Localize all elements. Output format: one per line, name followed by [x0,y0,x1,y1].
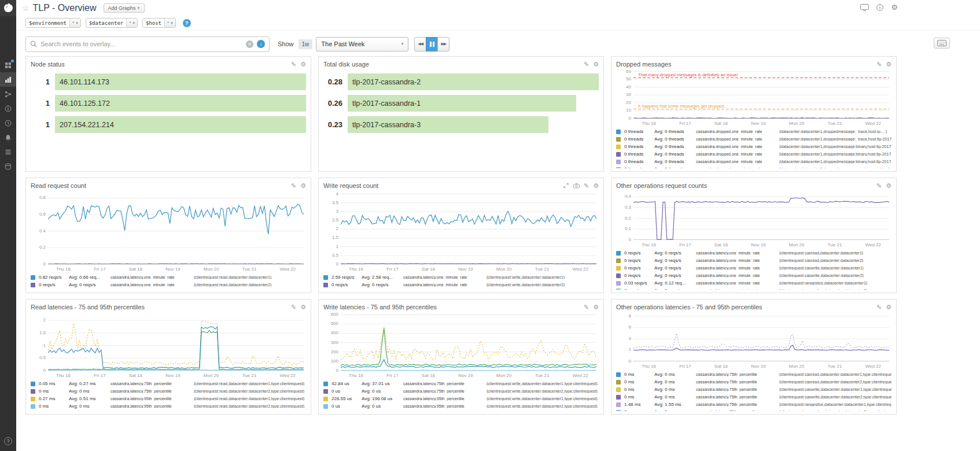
legend-row[interactable]: 0 reqs/sAvg: 0 reqs/scassandra.latency.o… [323,281,599,289]
edit-icon[interactable]: ✎ [291,304,296,310]
edit-icon[interactable]: ✎ [584,61,589,68]
edit-icon[interactable]: ✎ [291,183,296,189]
gear-icon[interactable]: ⚙ [886,61,891,68]
chevron-down-icon: ▾ [171,20,173,27]
legend-row[interactable]: 0 threadsAvg: 0 threadscassandra.dropped… [616,128,891,135]
gear-icon[interactable]: ⚙ [300,61,306,68]
legend-row[interactable]: 0 threadsAvg: 0 threadscassandra.dropped… [616,158,891,165]
edit-icon[interactable]: ✎ [584,304,589,310]
sidebar-item-alerts[interactable] [0,130,16,145]
time-range-select[interactable]: The Past Week ▾ [316,37,408,51]
legend-row[interactable]: 0 reqs/sAvg: 0 reqs/scassandra.latency.o… [616,249,891,257]
toplist-row[interactable]: 1207.154.221.214 [31,116,306,133]
toplist-row[interactable]: 0.26tlp-2017-cassandra-1 [323,95,599,112]
favorite-star-icon[interactable]: ☆ [22,3,30,13]
edit-icon[interactable]: ✎ [876,304,882,310]
toplist-row[interactable]: 146.101.114.173 [31,73,306,90]
chart-plot[interactable] [633,313,889,361]
clear-search-icon[interactable]: ✕ [246,40,253,48]
chart-plot[interactable] [341,191,596,264]
edit-icon[interactable]: ✎ [584,183,589,189]
gear-icon[interactable]: ⚙ [886,183,891,189]
legend-row[interactable]: 0 reqs/sAvg: 0 reqs/scassandra.latency.o… [616,257,891,264]
toplist-row[interactable]: 0.28tlp-2017-cassandra-2 [323,73,599,90]
template-variable-host[interactable]: $host *▾ [142,18,176,28]
legend-row[interactable]: 0.05 msAvg: 0.27 mscassandra.latency.75t… [31,380,306,387]
legend-row[interactable]: 0 msAvg: 0 mscassandra.latency.75th_perc… [616,393,891,401]
sidebar-item-infrastructure[interactable] [0,87,16,101]
legend-row[interactable]: 0 msAvg: 0 mscassandra.latency.75th_perc… [616,386,891,393]
sidebar-item-events[interactable] [0,101,16,116]
toplist-row[interactable]: 146.101.125.172 [31,95,306,112]
legend-row[interactable]: 0 reqs/sAvg: 0 reqs/scassandra.latency.o… [31,281,306,289]
legend-row[interactable]: 0 usAvg: 0 uscassandra.latency.75th_perc… [323,387,599,395]
template-variable-datacenter[interactable]: $datacenter *▾ [86,18,138,28]
legend-row[interactable]: 0 msAvg: 0 mscassandra.latency.75th_perc… [616,378,891,386]
event-search-input[interactable] [40,40,242,47]
chart-plot[interactable] [48,313,304,371]
legend-row[interactable]: 226.55 usAvg: 196.08 uscassandra.latency… [323,395,599,402]
gear-icon[interactable]: ⚙ [593,304,599,310]
timeseries-svg [48,313,304,371]
sidebar-help-icon[interactable]: ? [4,437,12,445]
download-events-icon[interactable]: ↓ [257,40,265,48]
chart-plot[interactable] [633,191,889,240]
camera-icon[interactable] [573,183,580,188]
variables-help-icon[interactable]: ? [183,19,191,27]
legend-row[interactable]: 0 usAvg: 0 uscassandra.latency.95th_perc… [323,402,599,410]
variable-value-dropdown[interactable]: *▾ [70,19,80,27]
legend-row[interactable]: 0 reqs/sAvg: 0 reqs/scassandra.latency.o… [616,272,891,279]
legend-row[interactable]: 0 threadsAvg: 0 threadscassandra.dropped… [616,150,891,158]
expand-icon[interactable] [563,183,569,188]
chart-plot[interactable]: That many dropped messages is definitely… [633,70,889,119]
template-variable-environment[interactable]: $environment *▾ [25,18,81,28]
y-axis-label: 2.5 [323,218,338,223]
gear-icon[interactable]: ⚙ [300,183,306,189]
gear-icon[interactable]: ⚙ [886,304,891,310]
legend-row[interactable]: 0 threadsAvg: 0 threadscassandra.dropped… [616,165,891,168]
keyboard-shortcuts-button[interactable] [934,38,950,49]
legend-row[interactable]: 1.48 msAvg: 1.55 mscassandra.latency.75t… [616,401,891,408]
sidebar-item-dashboards[interactable] [0,58,16,72]
gear-icon[interactable]: ⚙ [593,183,599,189]
legend-row[interactable]: 0 msAvg: 0 mscassandra.latency.75th_perc… [616,371,891,378]
toplist-row[interactable]: 0.23tlp-2017-cassandra-3 [323,116,599,133]
sidebar-item-notebooks[interactable] [0,145,16,159]
legend-row[interactable]: 42.84 usAvg: 37.01 uscassandra.latency.7… [323,380,599,387]
variable-value-dropdown[interactable]: *▾ [127,19,137,27]
datadog-logo[interactable] [0,0,16,16]
gear-icon[interactable]: ⚙ [593,61,599,68]
legend-row[interactable]: 0.82 reqs/sAvg: 0.66 req...cassandra.lat… [31,273,306,281]
screenboard-icon[interactable] [860,4,869,11]
info-icon[interactable] [876,4,883,11]
add-graphs-button[interactable]: Add Graphs + [104,3,145,13]
legend-row[interactable]: 0 msAvg: 0 mscassandra.latency.95th_perc… [31,402,306,410]
sidebar-item-integrations[interactable] [0,159,16,173]
legend-row[interactable]: 0.03 reqs/sAvg: 0.12 req...cassandra.lat… [616,279,891,287]
legend-row[interactable]: 0 reqs/sAvg: 0 reqs/scassandra.latency.o… [616,264,891,272]
chart-plot[interactable] [341,313,596,371]
chart-plot[interactable] [48,191,304,264]
legend-row[interactable]: 0 threadsAvg: 0 threadscassandra.dropped… [616,143,891,150]
legend-row[interactable]: 0 threadsAvg: 0 threadscassandra.dropped… [616,135,891,143]
edit-icon[interactable]: ✎ [876,183,882,189]
forward-button[interactable]: ▶▶ [437,37,450,51]
settings-gear-icon[interactable]: ⚙ [891,3,898,11]
variable-value-dropdown[interactable]: *▾ [165,19,175,27]
legend-row[interactable]: 0 msAvg: 0 mscassandra.latency.75th_perc… [31,387,306,395]
sidebar-item-monitors[interactable] [0,116,16,130]
variable-value: * [129,20,131,27]
gear-icon[interactable]: ⚙ [300,304,306,310]
x-axis-label: Sat 18 [714,364,728,369]
legend-swatch [323,389,328,394]
legend-row[interactable]: 0 reqs/sAvg: 0 reqs/scassandra.latency.o… [616,287,891,290]
sidebar-item-metrics[interactable] [0,72,16,87]
edit-icon[interactable]: ✎ [291,61,296,68]
legend-row[interactable]: 0.27 msAvg: 0.51 mscassandra.latency.95t… [31,395,306,402]
rewind-button[interactable]: ◀◀ [414,37,426,51]
pause-button[interactable] [426,37,438,51]
legend-row[interactable]: 0 msAvg: 0 mscassandra.latency.75th_perc… [616,408,891,411]
edit-icon[interactable]: ✎ [876,61,882,68]
toplist-bar-track: tlp-2017-cassandra-1 [348,95,599,112]
legend-row[interactable]: 2.59 reqs/sAvg: 2.58 req...cassandra.lat… [323,273,599,281]
